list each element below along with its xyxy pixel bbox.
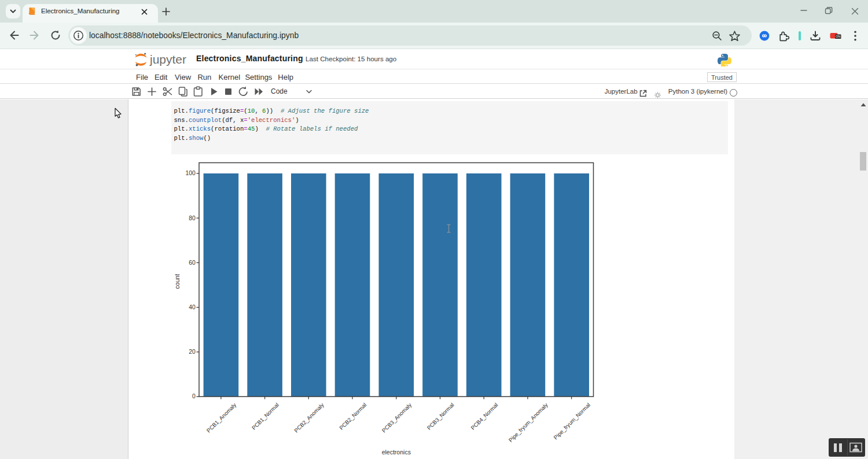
svg-text:count: count [174, 274, 181, 289]
svg-text:60: 60 [189, 260, 196, 266]
svg-text:20: 20 [189, 349, 196, 355]
svg-text:0: 0 [192, 393, 196, 399]
svg-text:electronics: electronics [382, 449, 411, 456]
svg-text:80: 80 [189, 215, 196, 221]
svg-text:40: 40 [189, 304, 196, 310]
svg-text:100: 100 [185, 170, 196, 176]
svg-text:ON: ON [836, 35, 840, 38]
